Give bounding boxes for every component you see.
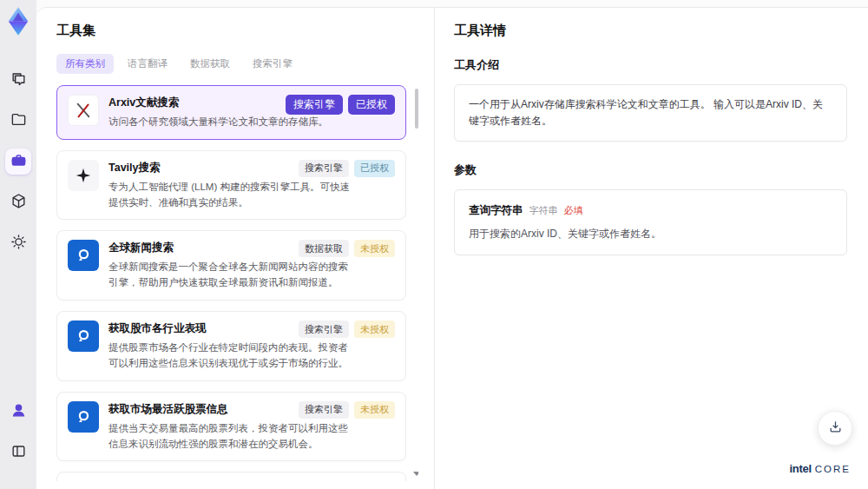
download-icon (828, 420, 843, 437)
tool-card-active-stocks[interactable]: 获取市场最活跃股票信息 提供当天交易量最高的股票列表，投资者可以利用这些信息来识… (56, 392, 406, 462)
auth-badge: 已授权 (348, 95, 395, 115)
arxiv-logo-icon (68, 95, 99, 126)
auth-badge: 未授权 (354, 240, 395, 257)
tool-card-region-news[interactable]: 万维地区新闻查询 查询具体行政区划内的新闻，快速了解各地新闻动 搜索引擎 未授权 (56, 472, 406, 481)
app-logo (5, 6, 31, 36)
tavily-sparkle-icon (68, 160, 99, 191)
core-wordmark: CORE (815, 464, 851, 474)
sidebar-item-tools[interactable] (5, 149, 31, 175)
briefcase-icon (10, 152, 27, 171)
sidebar-item-files[interactable] (5, 108, 31, 134)
tab-search-engine[interactable]: 搜索引擎 (244, 54, 301, 74)
page-title: 工具集 (56, 23, 418, 39)
scroll-down-arrow-icon[interactable] (413, 472, 418, 476)
user-icon (10, 402, 27, 421)
tab-data-fetch[interactable]: 数据获取 (181, 54, 239, 74)
tool-desc: 访问各个研究领域大量科学论文和文章的存储库。 (108, 115, 355, 130)
search-logo-icon (68, 240, 99, 271)
gear-icon (10, 234, 27, 253)
auth-badge: 已授权 (354, 160, 395, 177)
tool-intro-box: 一个用于从Arxiv存储库搜索科学论文和文章的工具。 输入可以是Arxiv ID… (454, 84, 847, 142)
tool-card-arxiv[interactable]: Arxiv文献搜索 访问各个研究领域大量科学论文和文章的存储库。 搜索引擎 已授… (56, 85, 406, 140)
panel-toggle-icon (10, 443, 27, 462)
sidebar-item-settings[interactable] (5, 230, 31, 256)
param-desc: 用于搜索的Arxiv ID、关键字或作者姓名。 (469, 226, 832, 242)
intro-heading: 工具介绍 (454, 57, 847, 73)
category-badge: 搜索引擎 (299, 160, 349, 177)
params-heading: 参数 (454, 162, 847, 178)
sidebar-item-collapse[interactable] (5, 439, 31, 466)
tool-card-global-news[interactable]: 全球新闻搜索 全球新闻搜索是一个聚合全球各大新闻网站内容的搜索引擎，帮助用户快速… (56, 230, 406, 301)
param-name: 查询字符串 (469, 202, 523, 219)
tool-desc: 专为人工智能代理 (LLM) 构建的搜索引擎工具。可快速提供实时、准确和真实的结… (108, 180, 355, 211)
tool-desc: 提供股票市场各个行业在特定时间段内的表现。投资者可以利用这些信息来识别表现优于或… (108, 340, 355, 372)
intel-core-logo: intel CORE (790, 462, 851, 475)
category-badge: 搜索引擎 (299, 320, 349, 338)
tab-all-categories[interactable]: 所有类别 (56, 54, 114, 74)
auth-badge: 未授权 (354, 401, 395, 419)
tool-desc: 提供当天交易量最高的股票列表，投资者可以利用这些信息来识别流动性强的股票和潜在的… (108, 421, 355, 453)
sidebar-item-packages[interactable] (5, 189, 31, 215)
tool-card-tavily[interactable]: Tavily搜索 专为人工智能代理 (LLM) 构建的搜索引擎工具。可快速提供实… (56, 150, 406, 221)
folder-icon (10, 111, 27, 130)
chat-icon (10, 70, 27, 89)
search-logo-icon (68, 320, 99, 352)
param-type: 字符串 (529, 203, 558, 219)
category-badge: 搜索引擎 (299, 401, 349, 419)
sidebar (0, 0, 36, 489)
sidebar-item-account[interactable] (5, 399, 31, 425)
auth-badge: 未授权 (354, 320, 395, 338)
main-area: 工具集 所有类别 语言翻译 数据获取 搜索引擎 A (36, 0, 868, 489)
param-box: 查询字符串 字符串 必填 用于搜索的Arxiv ID、关键字或作者姓名。 (454, 189, 847, 254)
tool-list-pane: 工具集 所有类别 语言翻译 数据获取 搜索引擎 A (36, 8, 434, 489)
tool-list: Arxiv文献搜索 访问各个研究领域大量科学论文和文章的存储库。 搜索引擎 已授… (56, 85, 418, 481)
param-required-badge: 必填 (564, 203, 583, 219)
download-button[interactable] (818, 411, 852, 446)
list-scrollbar[interactable] (414, 85, 418, 476)
category-badge: 搜索引擎 (286, 95, 343, 115)
sidebar-item-chat[interactable] (5, 67, 31, 93)
detail-title: 工具详情 (454, 23, 847, 39)
search-logo-icon (68, 401, 99, 433)
tool-card-sector-performance[interactable]: 获取股市各行业表现 提供股票市场各个行业在特定时间段内的表现。投资者可以利用这些… (56, 311, 406, 381)
category-tabs: 所有类别 语言翻译 数据获取 搜索引擎 (56, 54, 418, 74)
tab-language-translation[interactable]: 语言翻译 (119, 54, 176, 74)
intel-wordmark: intel (790, 462, 812, 475)
tool-detail-pane: 工具详情 工具介绍 一个用于从Arxiv存储库搜索科学论文和文章的工具。 输入可… (434, 8, 868, 489)
scrollbar-thumb[interactable] (415, 89, 418, 129)
tool-desc: 全球新闻搜索是一个聚合全球各大新闻网站内容的搜索引擎，帮助用户快速获取全球最新资… (108, 260, 355, 291)
cube-icon (10, 193, 27, 212)
category-badge: 数据获取 (299, 240, 349, 257)
